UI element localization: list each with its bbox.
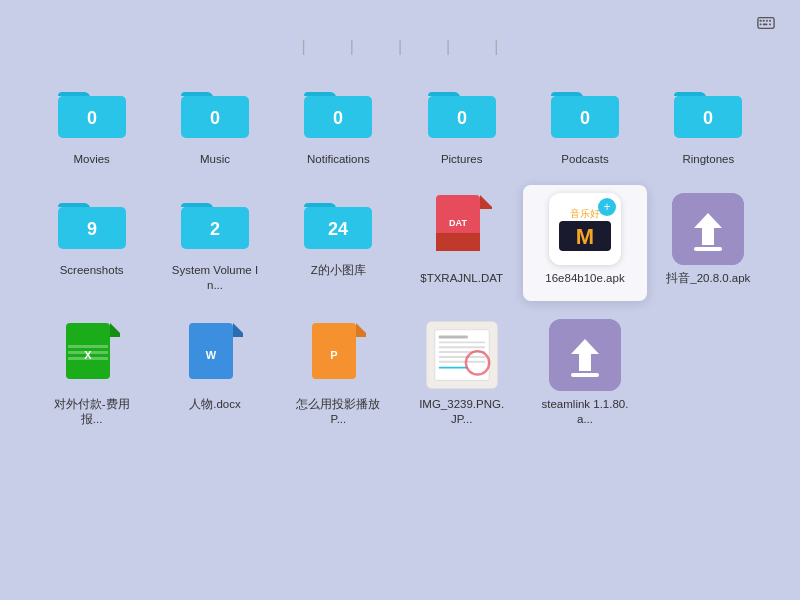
file-item-5[interactable]: 0 Ringtones: [647, 74, 770, 175]
file-item-2[interactable]: 24 Z的小图库: [277, 185, 400, 301]
file-label: $TXRAJNL.DAT: [420, 271, 503, 286]
svg-marker-46: [233, 323, 243, 337]
svg-text:M: M: [576, 224, 594, 249]
svg-rect-55: [438, 346, 485, 348]
svg-text:W: W: [206, 349, 217, 361]
file-label: System Volume In...: [170, 263, 260, 293]
file-item-4[interactable]: 0 Podcasts: [523, 74, 646, 175]
nav-item-image[interactable]: [402, 43, 446, 51]
svg-rect-43: [68, 351, 108, 354]
svg-text:0: 0: [580, 108, 590, 128]
file-item-0[interactable]: 0 Movies: [30, 74, 153, 175]
svg-text:2: 2: [210, 219, 220, 239]
svg-text:DAT: DAT: [449, 218, 467, 228]
svg-rect-53: [438, 335, 467, 338]
file-item-4[interactable]: M 音乐好 + 16e84b10e.apk: [523, 185, 646, 301]
xlsx-icon: X: [56, 319, 128, 391]
file-label: Ringtones: [682, 152, 734, 167]
file-label: Pictures: [441, 152, 483, 167]
folder-icon: 0: [302, 82, 374, 146]
folder-icon: 24: [302, 193, 374, 257]
svg-text:0: 0: [457, 108, 467, 128]
file-item-2[interactable]: 0 Notifications: [277, 74, 400, 175]
dat-icon: DAT: [426, 193, 498, 265]
svg-rect-5: [760, 23, 762, 25]
nav-item-apk[interactable]: [498, 43, 542, 51]
apk-music-icon: M 音乐好 +: [549, 193, 621, 265]
file-item-3[interactable]: DAT $TXRAJNL.DAT: [400, 185, 523, 301]
svg-text:0: 0: [333, 108, 343, 128]
file-item-0[interactable]: X 对外付款-费用报...: [30, 311, 153, 435]
apk-steam-icon: [549, 319, 621, 391]
svg-rect-57: [438, 356, 485, 358]
nav-item-music[interactable]: [450, 43, 494, 51]
file-item-3[interactable]: 0 Pictures: [400, 74, 523, 175]
svg-marker-27: [480, 195, 492, 209]
row1-grid: 0 Movies 0 Music 0 Notifications: [0, 74, 800, 175]
file-label: Music: [200, 152, 230, 167]
svg-rect-6: [763, 23, 768, 25]
file-item-1[interactable]: 0 Music: [153, 74, 276, 175]
svg-rect-58: [438, 361, 485, 363]
svg-rect-7: [769, 23, 771, 25]
folder-icon: 9: [56, 193, 128, 257]
file-label: 16e84b10e.apk: [545, 271, 624, 286]
file-label: Z的小图库: [311, 263, 366, 278]
svg-marker-49: [356, 323, 366, 337]
folder-icon: 0: [672, 82, 744, 146]
svg-rect-63: [571, 373, 599, 377]
svg-rect-28: [436, 233, 480, 251]
svg-text:0: 0: [210, 108, 220, 128]
svg-rect-38: [694, 247, 722, 251]
file-item-5[interactable]: [647, 311, 770, 435]
file-label: Movies: [73, 152, 109, 167]
nav-item-video[interactable]: [354, 43, 398, 51]
file-item-1[interactable]: 2 System Volume In...: [153, 185, 276, 301]
nav-bar: | | | | |: [0, 38, 800, 56]
file-label: steamlink 1.1.80.a...: [540, 397, 630, 427]
svg-rect-2: [763, 20, 765, 22]
svg-marker-40: [110, 323, 120, 337]
row3-grid: X 对外付款-费用报... W 人物.docx P 怎么用投影播放P...: [0, 311, 800, 435]
svg-text:0: 0: [87, 108, 97, 128]
file-item-4[interactable]: steamlink 1.1.80.a...: [523, 311, 646, 435]
file-item-1[interactable]: W 人物.docx: [153, 311, 276, 435]
svg-text:音乐好: 音乐好: [570, 208, 600, 219]
folder-icon: 0: [56, 82, 128, 146]
svg-rect-54: [438, 341, 485, 343]
file-item-0[interactable]: 9 Screenshots: [30, 185, 153, 301]
svg-rect-4: [769, 20, 771, 22]
file-label: Screenshots: [60, 263, 124, 278]
keyboard-hint: [757, 14, 780, 32]
nav-item-all[interactable]: [258, 43, 302, 51]
top-bar: [0, 0, 800, 38]
file-label: IMG_3239.PNG.JP...: [417, 397, 507, 427]
svg-rect-0: [758, 18, 774, 29]
keyboard-icon: [757, 14, 775, 32]
nav-item-doc[interactable]: [306, 43, 350, 51]
svg-text:P: P: [331, 349, 338, 361]
file-label: Podcasts: [561, 152, 608, 167]
folder-icon: 2: [179, 193, 251, 257]
apk-tiktok-icon: [672, 193, 744, 265]
file-label: 对外付款-费用报...: [47, 397, 137, 427]
svg-rect-59: [438, 366, 467, 368]
file-item-5[interactable]: 抖音_20.8.0.apk: [647, 185, 770, 301]
folder-icon: 0: [426, 82, 498, 146]
jpg-icon: [426, 319, 498, 391]
file-label: 怎么用投影播放P...: [293, 397, 383, 427]
svg-rect-1: [760, 20, 762, 22]
svg-text:9: 9: [87, 219, 97, 239]
svg-text:24: 24: [328, 219, 348, 239]
pptx-icon: P: [302, 319, 374, 391]
svg-text:+: +: [603, 200, 610, 214]
file-label: Notifications: [307, 152, 370, 167]
file-item-3[interactable]: IMG_3239.PNG.JP...: [400, 311, 523, 435]
svg-rect-42: [68, 345, 108, 348]
file-label: 抖音_20.8.0.apk: [666, 271, 750, 286]
file-item-2[interactable]: P 怎么用投影播放P...: [277, 311, 400, 435]
row2-grid: 9 Screenshots 2 System Volume In... 24 Z…: [0, 185, 800, 301]
svg-rect-3: [766, 20, 768, 22]
svg-text:0: 0: [703, 108, 713, 128]
folder-icon: 0: [549, 82, 621, 146]
